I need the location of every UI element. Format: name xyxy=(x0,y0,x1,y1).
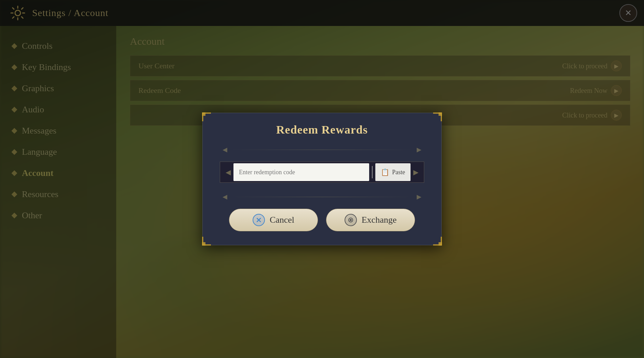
redemption-code-input[interactable] xyxy=(233,163,369,181)
dialog-inner: Redeem Rewards ◀ ▶ ◀ 📋 Paste ▶ ◀ xyxy=(203,113,441,245)
input-arrow-left-icon: ◀ xyxy=(223,168,233,176)
cancel-icon xyxy=(253,214,265,226)
paste-button[interactable]: 📋 Paste xyxy=(375,163,411,181)
corner-br-decoration xyxy=(432,236,442,246)
svg-rect-1 xyxy=(202,112,205,116)
cancel-button[interactable]: Cancel xyxy=(229,209,318,231)
svg-rect-4 xyxy=(439,242,442,246)
clipboard-icon: 📋 xyxy=(381,168,389,176)
modal-overlay: Redeem Rewards ◀ ▶ ◀ 📋 Paste ▶ ◀ xyxy=(0,0,644,358)
corner-tl-decoration xyxy=(202,112,212,122)
top-hline: ◀ ▶ xyxy=(220,146,424,153)
exchange-button[interactable]: Exchange xyxy=(326,209,415,231)
exchange-icon xyxy=(345,214,357,226)
svg-rect-3 xyxy=(202,242,205,246)
input-arrow-right-icon: ▶ xyxy=(411,168,421,176)
redemption-input-wrapper: ◀ 📋 Paste ▶ xyxy=(220,162,424,183)
svg-rect-2 xyxy=(439,112,442,116)
paste-label: Paste xyxy=(392,169,405,176)
corner-bl-decoration xyxy=(202,236,212,246)
svg-point-8 xyxy=(350,219,352,221)
input-divider xyxy=(372,166,373,178)
dialog-title: Redeem Rewards xyxy=(220,123,424,136)
bottom-hline: ◀ ▶ xyxy=(220,193,424,201)
cancel-label: Cancel xyxy=(270,215,294,225)
dialog-buttons: Cancel Exchange xyxy=(220,209,424,231)
exchange-label: Exchange xyxy=(362,215,397,225)
redeem-dialog: Redeem Rewards ◀ ▶ ◀ 📋 Paste ▶ ◀ xyxy=(202,113,442,245)
corner-tr-decoration xyxy=(432,112,442,122)
